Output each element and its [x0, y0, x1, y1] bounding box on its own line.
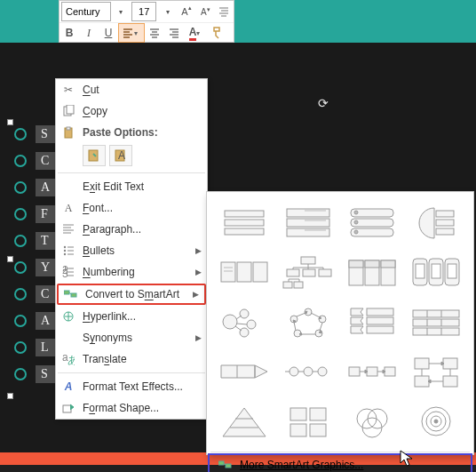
- text-effects-icon: A: [60, 378, 77, 396]
- context-menu: ✂ Cut Copy Paste Options: A Exit Edit Te…: [55, 78, 208, 420]
- svg-rect-36: [436, 228, 454, 235]
- smartart-thumb-basic-target[interactable]: [406, 398, 466, 444]
- smartart-icon: [62, 285, 80, 303]
- italic-button[interactable]: I: [79, 23, 99, 43]
- bullet-ring-icon: [14, 341, 27, 354]
- align-center-button[interactable]: [145, 23, 164, 43]
- paste-options-row: A: [56, 143, 207, 170]
- list-item[interactable]: A: [14, 308, 59, 334]
- font-icon: A: [60, 199, 77, 217]
- smartart-thumb-basic-block-list[interactable]: [214, 199, 274, 245]
- bullet-ring-icon: [14, 288, 27, 300]
- decrease-font-size-button[interactable]: A▾: [196, 2, 215, 21]
- selection-handle[interactable]: [7, 256, 13, 262]
- svg-rect-72: [413, 310, 459, 317]
- smartart-thumb-picture-accent-process[interactable]: [406, 348, 466, 395]
- svg-rect-35: [436, 220, 454, 226]
- list-item[interactable]: L: [14, 334, 59, 361]
- font-name-dropdown-icon[interactable]: ▾: [111, 2, 130, 21]
- increase-font-size-button[interactable]: A▴: [177, 2, 195, 21]
- menu-synonyms[interactable]: Synonyms ▶: [56, 327, 207, 348]
- paste-option-keep-source[interactable]: [83, 145, 106, 166]
- menu-font[interactable]: A Font...: [56, 197, 207, 219]
- translate-icon: aあ: [60, 350, 77, 368]
- smartart-thumb-vertical-box-list[interactable]: [342, 199, 402, 245]
- smartart-thumb-basic-venn[interactable]: [342, 398, 402, 444]
- menu-label: Copy: [83, 105, 202, 117]
- list-item[interactable]: S: [14, 361, 59, 388]
- svg-rect-53: [381, 260, 395, 268]
- font-color-button[interactable]: A▾: [184, 23, 209, 43]
- smartart-thumb-grouped-list[interactable]: [406, 249, 466, 295]
- selection-handle[interactable]: [7, 119, 13, 125]
- svg-rect-59: [448, 264, 456, 278]
- align-button[interactable]: ▾: [118, 23, 145, 43]
- list-item[interactable]: A: [14, 174, 59, 201]
- menu-translate[interactable]: aあ Translate: [56, 348, 207, 370]
- bullet-ring-icon: [14, 368, 27, 380]
- smartart-thumb-continuous-cycle[interactable]: [278, 299, 338, 345]
- smartart-thumb-basic-matrix[interactable]: [278, 398, 338, 444]
- more-smartart-graphics[interactable]: More SmartArt Graphics...: [208, 453, 472, 472]
- smartart-thumb-horizontal-bullet-list[interactable]: [214, 249, 274, 295]
- menu-label: Numbering: [83, 266, 195, 278]
- menu-label: Translate: [83, 353, 202, 365]
- svg-rect-57: [416, 264, 424, 278]
- menu-hyperlink[interactable]: Hyperlink...: [56, 306, 207, 327]
- svg-rect-84: [415, 376, 429, 387]
- menu-numbering[interactable]: 123 Numbering ▶: [56, 261, 207, 283]
- smartart-thumb-alternating-flow[interactable]: [342, 348, 402, 395]
- smartart-thumb-radial-cluster[interactable]: [214, 299, 274, 345]
- smartart-thumb-vertical-chevron-list[interactable]: [342, 299, 402, 345]
- svg-rect-47: [294, 282, 303, 288]
- bullet-ring-icon: [14, 235, 27, 247]
- list-item[interactable]: Y: [14, 254, 59, 281]
- list-item[interactable]: C: [14, 148, 59, 174]
- list-item[interactable]: F: [14, 201, 59, 228]
- paste-option-text-only[interactable]: A: [109, 145, 132, 166]
- smartart-thumb-trapezoid-list[interactable]: [406, 199, 466, 245]
- font-size-dropdown-icon[interactable]: ▾: [158, 2, 177, 21]
- svg-rect-83: [443, 358, 457, 369]
- bold-button[interactable]: B: [60, 23, 79, 43]
- copy-icon: [60, 102, 77, 120]
- svg-text:あ: あ: [67, 354, 75, 365]
- menu-label: Convert to SmartArt: [85, 288, 193, 300]
- menu-copy[interactable]: Copy: [56, 100, 207, 122]
- list-item[interactable]: T: [14, 228, 59, 254]
- bullet-ring-icon: [14, 315, 27, 327]
- menu-label: Paragraph...: [83, 223, 202, 236]
- smartart-thumb-pyramid-list[interactable]: [214, 398, 274, 444]
- list-item[interactable]: S: [14, 121, 59, 148]
- font-size-input[interactable]: [131, 2, 156, 21]
- svg-rect-43: [287, 269, 299, 276]
- smartart-thumb-vertical-bullet-list[interactable]: [278, 199, 338, 245]
- smartart-gallery: More SmartArt Graphics...: [206, 191, 474, 455]
- underline-button[interactable]: U: [99, 23, 118, 43]
- menu-format-text-effects[interactable]: A Format Text Effects...: [56, 376, 207, 397]
- svg-rect-23: [287, 219, 329, 227]
- menu-label: Bullets: [83, 244, 195, 257]
- smartart-thumb-table-hierarchy[interactable]: [342, 249, 402, 295]
- selection-handle[interactable]: [7, 393, 13, 399]
- rotation-handle-icon[interactable]: [316, 96, 330, 110]
- menu-convert-to-smartart[interactable]: Convert to SmartArt ▶: [57, 284, 206, 305]
- change-case-button[interactable]: [215, 2, 234, 21]
- align-right-button[interactable]: [164, 23, 184, 43]
- list-item[interactable]: C: [14, 281, 59, 308]
- menu-exit-edit-text[interactable]: Exit Edit Text: [56, 176, 207, 197]
- smartart-thumb-hierarchy[interactable]: [278, 249, 338, 295]
- submenu-arrow-icon: ▶: [195, 246, 202, 255]
- smartart-thumb-continuous-block-process[interactable]: [278, 348, 338, 395]
- format-painter-button[interactable]: [209, 23, 228, 43]
- smartart-thumb-segmented-process[interactable]: [406, 299, 466, 345]
- bullet-ring-icon: [14, 261, 27, 274]
- svg-rect-85: [443, 376, 457, 387]
- menu-bullets[interactable]: Bullets ▶: [56, 240, 207, 261]
- font-name-input[interactable]: [61, 2, 111, 21]
- svg-rect-19: [225, 211, 264, 217]
- menu-paragraph[interactable]: Paragraph...: [56, 219, 207, 240]
- menu-format-shape[interactable]: Format Shape...: [56, 397, 207, 419]
- menu-cut[interactable]: ✂ Cut: [56, 79, 207, 100]
- smartart-thumb-basic-process[interactable]: [214, 348, 274, 395]
